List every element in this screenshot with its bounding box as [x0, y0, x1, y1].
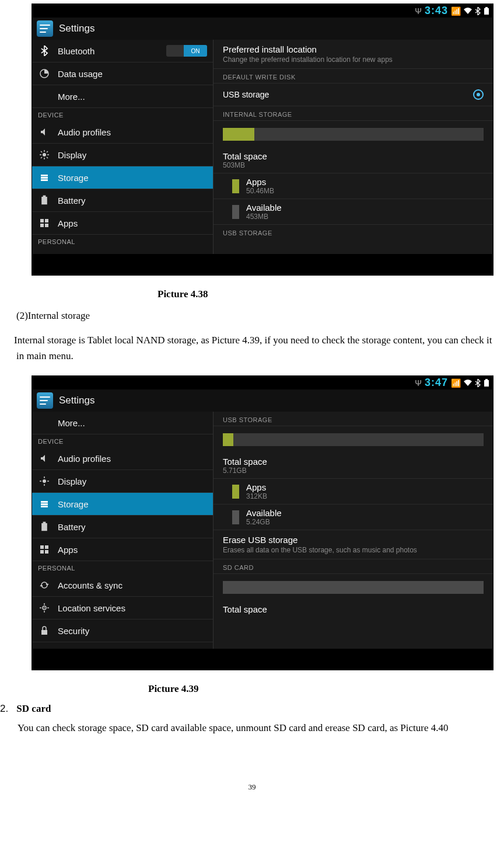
- sidebar-item-security[interactable]: Security: [32, 620, 213, 642]
- svg-rect-17: [40, 219, 44, 222]
- svg-rect-1: [485, 7, 488, 8]
- toggle-on-label: ON: [184, 45, 207, 57]
- sidebar-item-datausage[interactable]: Data usage: [32, 62, 213, 85]
- sidebar-item-apps[interactable]: Apps: [32, 212, 213, 235]
- svg-rect-30: [41, 506, 48, 507]
- sidebar-item-label: Audio profiles: [58, 454, 111, 464]
- bluetooth-icon: [38, 46, 51, 56]
- svg-rect-31: [41, 523, 47, 531]
- sidebar-item-accounts[interactable]: Accounts & sync: [32, 574, 213, 597]
- list-item-sd-card: 2. SD card: [0, 703, 504, 715]
- svg-rect-16: [43, 196, 46, 197]
- sidebar-item-accounts[interactable]: Accounts & sync: [32, 248, 213, 254]
- sidebar-item-more[interactable]: More...: [32, 85, 213, 108]
- status-clock: 3:47: [425, 377, 448, 389]
- svg-line-8: [41, 151, 42, 152]
- total-space-row[interactable]: Total space 5.71GB: [214, 453, 493, 479]
- section-usb-storage: USB STORAGE: [214, 412, 493, 426]
- available-row[interactable]: Available 453MB: [214, 199, 493, 225]
- sidebar-item-apps[interactable]: Apps: [32, 538, 213, 561]
- datausage-icon: [38, 69, 51, 78]
- sidebar-item-display[interactable]: Display: [32, 470, 213, 493]
- svg-rect-32: [43, 522, 46, 523]
- svg-rect-33: [40, 545, 44, 549]
- available-label: Available: [246, 203, 282, 213]
- bluetooth-toggle[interactable]: ON: [166, 45, 207, 57]
- erase-sub: Erases all data on the USB storage, such…: [223, 546, 484, 554]
- header-title: Settings: [59, 23, 94, 34]
- bluetooth-status-icon: [475, 7, 481, 15]
- sd-total-row[interactable]: Total space: [214, 601, 493, 618]
- status-time-text: 3:43: [425, 5, 448, 17]
- pref-sub: Change the preferred installation locati…: [223, 55, 484, 64]
- total-space-row[interactable]: Total space 503MB: [214, 148, 493, 173]
- header-title: Settings: [59, 395, 94, 406]
- sidebar-item-audio[interactable]: Audio profiles: [32, 447, 213, 470]
- sd-storage-bar: [223, 581, 484, 594]
- display-icon: [38, 476, 51, 486]
- sidebar-item-bluetooth[interactable]: Bluetooth ON: [32, 40, 213, 62]
- section-sd-card: SD CARD: [214, 559, 493, 574]
- usb-storage-row[interactable]: USB storage: [214, 83, 493, 106]
- svg-rect-0: [484, 8, 489, 15]
- sidebar-item-battery[interactable]: Battery: [32, 189, 213, 212]
- svg-point-23: [43, 479, 46, 483]
- battery-menu-icon: [38, 521, 51, 532]
- battery-icon: [484, 379, 489, 387]
- sidebar-item-label: Accounts & sync: [58, 580, 123, 590]
- apps-label: Apps: [246, 177, 274, 187]
- sidebar-item-label: More...: [58, 418, 85, 428]
- svg-line-9: [47, 157, 48, 158]
- available-label: Available: [246, 508, 282, 518]
- paragraph-2-label: (2)Internal storage: [16, 308, 499, 323]
- sidebar-item-display[interactable]: Display: [32, 144, 213, 166]
- apps-label: Apps: [246, 482, 267, 492]
- available-row[interactable]: Available 5.24GB: [214, 504, 493, 530]
- sidebar-item-more[interactable]: More...: [32, 412, 213, 434]
- pref-install-location[interactable]: Preferred install location Change the pr…: [214, 40, 493, 69]
- sidebar-item-label: Display: [58, 150, 86, 160]
- sidebar-item-label: Bluetooth: [58, 46, 94, 56]
- status-bar: Ψ 3:47 📶: [32, 376, 493, 389]
- sidebar-item-label: Apps: [58, 218, 78, 228]
- caption-4-38: Picture 4.38: [158, 288, 504, 300]
- apps-value: 50.46MB: [246, 187, 274, 195]
- total-value: 5.71GB: [223, 467, 267, 475]
- sidebar-item-storage[interactable]: Storage: [32, 493, 213, 516]
- sidebar-section-device: DEVICE: [32, 108, 213, 121]
- sidebar-item-location[interactable]: Location services: [32, 597, 213, 620]
- svg-rect-13: [41, 177, 48, 179]
- svg-line-11: [47, 151, 48, 152]
- sidebar-item-battery[interactable]: Battery: [32, 516, 213, 538]
- svg-rect-36: [45, 550, 48, 554]
- sidebar-item-label: Storage: [58, 499, 89, 509]
- svg-rect-14: [41, 179, 48, 181]
- sync-icon: [38, 580, 51, 590]
- apps-row[interactable]: Apps 50.46MB: [214, 173, 493, 199]
- sidebar-item-audio[interactable]: Audio profiles: [32, 121, 213, 144]
- sidebar-item-label: Security: [58, 626, 89, 636]
- page-number: 39: [0, 782, 504, 792]
- sidebar-item-label: Location services: [58, 603, 125, 613]
- svg-rect-12: [41, 175, 48, 176]
- paragraph-sd-card: You can check storage space, SD card ava…: [9, 721, 499, 736]
- usb-icon: Ψ: [415, 6, 422, 16]
- svg-rect-20: [45, 224, 48, 227]
- status-clock: 3:43: [425, 5, 448, 17]
- svg-rect-22: [485, 379, 488, 380]
- apps-row[interactable]: Apps 312KB: [214, 479, 493, 504]
- figure-4-39: Ψ 3:47 📶 Settings: [32, 375, 494, 670]
- audio-icon: [38, 454, 51, 463]
- settings-header: Settings: [32, 18, 493, 40]
- section-usb-storage: USB STORAGE: [214, 225, 493, 239]
- settings-sidebar: Bluetooth ON Data usage More... DEVICE: [32, 40, 214, 254]
- internal-storage-bar: [223, 128, 484, 141]
- sidebar-item-label: Storage: [58, 173, 89, 183]
- figure-4-38: Ψ 3:43 📶 Settings: [32, 4, 494, 276]
- apps-value: 312KB: [246, 492, 267, 500]
- erase-usb-row[interactable]: Erase USB storage Erases all data on the…: [214, 530, 493, 559]
- caption-4-39: Picture 4.39: [148, 683, 504, 695]
- sidebar-item-storage[interactable]: Storage: [32, 166, 213, 189]
- storage-icon: [38, 499, 51, 509]
- total-value: 503MB: [223, 161, 267, 169]
